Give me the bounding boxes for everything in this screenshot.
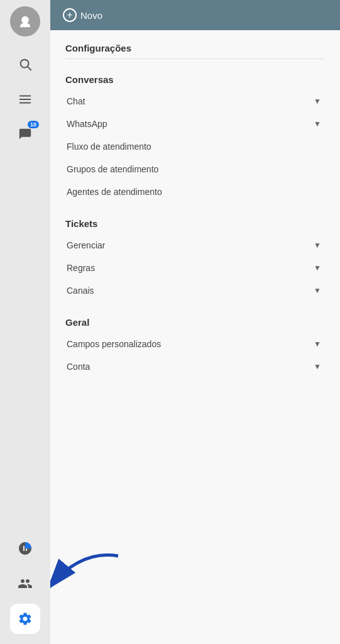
section-tickets: Tickets Gerenciar ▼ Regras ▼ Canais ▼	[65, 218, 325, 302]
section-conversas: Conversas Chat ▼ WhatsApp ▼ Fluxo de ate…	[65, 74, 325, 203]
sidebar-item-teams[interactable]	[10, 569, 40, 599]
menu-item-agentes[interactable]: Agentes de atendimento	[65, 180, 325, 203]
new-label: Novo	[80, 10, 102, 21]
menu-item-grupos-label: Grupos de atendimento	[67, 164, 158, 174]
topbar: + Novo	[50, 0, 340, 30]
avatar[interactable]	[10, 6, 40, 36]
menu-item-canais-label: Canais	[67, 286, 94, 296]
menu-item-agentes-label: Agentes de atendimento	[67, 187, 162, 197]
menu-item-whatsapp-label: WhatsApp	[67, 119, 107, 129]
section-title-tickets: Tickets	[65, 218, 325, 229]
sidebar-item-list[interactable]	[10, 84, 40, 114]
sidebar-item-chat[interactable]: 10	[10, 119, 40, 150]
menu-item-conta-label: Conta	[67, 362, 90, 372]
chat-badge: 10	[28, 121, 39, 128]
menu-item-fluxo-label: Fluxo de atendimento	[67, 142, 151, 152]
new-button[interactable]: + Novo	[63, 8, 102, 22]
chevron-down-icon: ▼	[314, 119, 321, 128]
section-geral: Geral Campos personalizados ▼ Conta ▼	[65, 317, 325, 378]
menu-item-campos[interactable]: Campos personalizados ▼	[65, 333, 325, 355]
svg-point-0	[21, 16, 29, 24]
main-content: + Novo Configurações Conversas Chat ▼ Wh…	[50, 0, 340, 644]
menu-item-whatsapp[interactable]: WhatsApp ▼	[65, 113, 325, 135]
chevron-down-icon: ▼	[314, 340, 321, 348]
menu-item-chat-label: Chat	[67, 96, 85, 106]
menu-item-chat[interactable]: Chat ▼	[65, 90, 325, 113]
menu-item-fluxo[interactable]: Fluxo de atendimento	[65, 135, 325, 158]
svg-line-2	[28, 67, 31, 70]
sidebar-item-search[interactable]	[10, 49, 40, 79]
settings-header: Configurações	[65, 43, 325, 59]
plus-circle-icon: +	[63, 8, 77, 22]
menu-item-conta[interactable]: Conta ▼	[65, 355, 325, 378]
chevron-down-icon: ▼	[314, 241, 321, 250]
menu-item-gerenciar[interactable]: Gerenciar ▼	[65, 234, 325, 257]
menu-item-campos-label: Campos personalizados	[67, 339, 161, 349]
divider	[65, 58, 325, 59]
menu-item-canais[interactable]: Canais ▼	[65, 279, 325, 302]
chevron-down-icon: ▼	[314, 286, 321, 295]
sidebar-item-settings[interactable]	[10, 604, 40, 634]
sidebar: 10	[0, 0, 50, 644]
section-title-geral: Geral	[65, 317, 325, 328]
page-title: Configurações	[65, 43, 325, 53]
menu-item-regras-label: Regras	[67, 263, 95, 273]
section-title-conversas: Conversas	[65, 74, 325, 85]
chevron-down-icon: ▼	[314, 264, 321, 272]
menu-item-regras[interactable]: Regras ▼	[65, 257, 325, 279]
settings-content: Configurações Conversas Chat ▼ WhatsApp …	[50, 30, 340, 644]
chevron-down-icon: ▼	[314, 362, 321, 371]
sidebar-item-reports[interactable]	[10, 533, 40, 564]
menu-item-grupos[interactable]: Grupos de atendimento	[65, 158, 325, 180]
main-wrapper: + Novo Configurações Conversas Chat ▼ Wh…	[50, 0, 340, 644]
chevron-down-icon: ▼	[314, 97, 321, 106]
menu-item-gerenciar-label: Gerenciar	[67, 240, 105, 250]
